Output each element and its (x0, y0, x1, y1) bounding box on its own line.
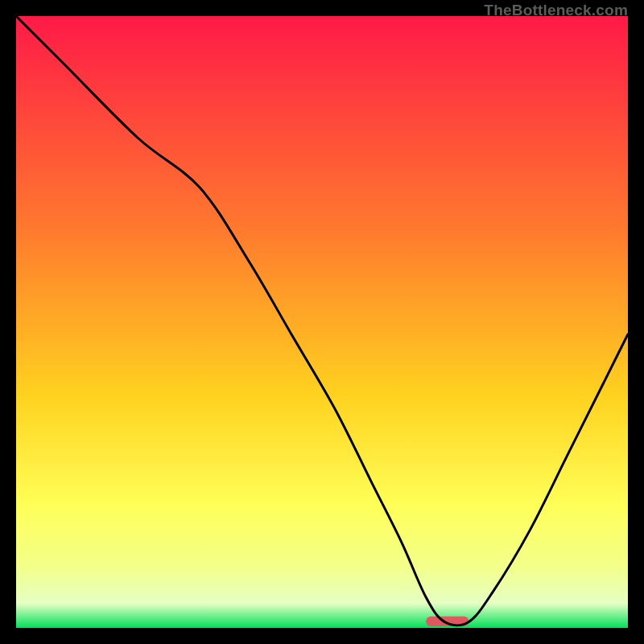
plot-area (16, 16, 628, 628)
chart-svg (16, 16, 628, 628)
chart-frame: TheBottleneck.com (0, 0, 644, 644)
